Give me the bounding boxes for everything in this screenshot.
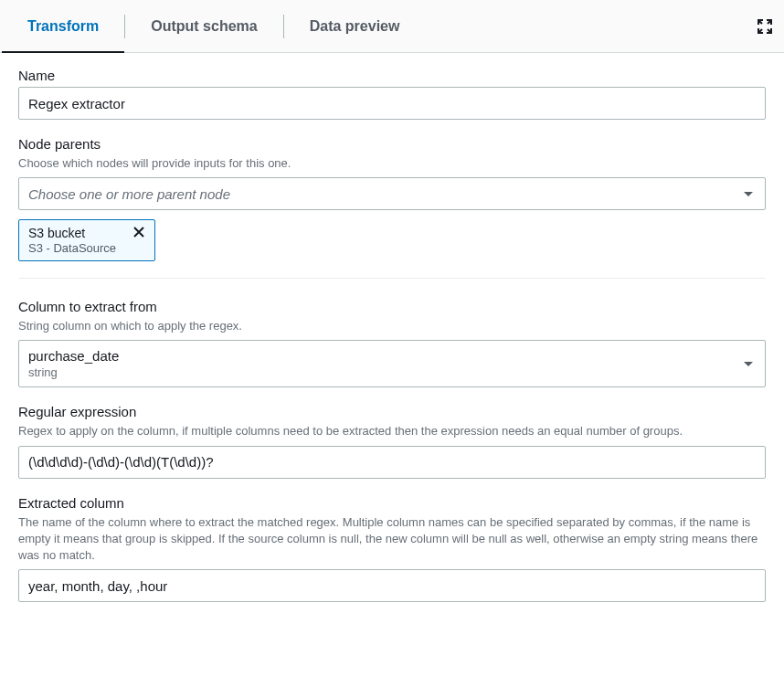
parent-token-remove[interactable] xyxy=(125,220,154,260)
node-parents-label: Node parents xyxy=(18,136,766,152)
parent-token-sub: S3 - DataSource xyxy=(28,241,116,255)
tab-transform[interactable]: Transform xyxy=(2,0,124,52)
form-body: Name Node parents Choose which nodes wil… xyxy=(0,53,784,640)
column-hint: String column on which to apply the rege… xyxy=(18,318,766,334)
extracted-hint: The name of the column where to extract … xyxy=(18,514,766,565)
parent-token-body: S3 bucket S3 - DataSource xyxy=(19,220,125,260)
parent-token-title: S3 bucket xyxy=(28,226,116,240)
column-select[interactable]: purchase_date string xyxy=(18,340,766,387)
tab-output-schema-label: Output schema xyxy=(151,18,257,35)
tabbar: Transform Output schema Data preview xyxy=(0,0,784,53)
parent-token: S3 bucket S3 - DataSource xyxy=(18,219,155,261)
section-divider xyxy=(18,278,766,279)
expand-icon[interactable] xyxy=(757,18,773,35)
extracted-input[interactable] xyxy=(18,569,766,602)
node-parents-tokens: S3 bucket S3 - DataSource xyxy=(18,219,766,261)
extracted-label: Extracted column xyxy=(18,495,766,511)
close-icon xyxy=(132,226,145,241)
column-value-type: string xyxy=(28,365,58,379)
column-label: Column to extract from xyxy=(18,299,766,314)
name-input[interactable] xyxy=(18,87,766,120)
field-node-parents: Node parents Choose which nodes will pro… xyxy=(18,136,766,261)
caret-down-icon xyxy=(743,186,754,201)
node-parents-placeholder: Choose one or more parent node xyxy=(28,186,230,202)
caret-down-icon xyxy=(743,356,754,371)
regex-input[interactable] xyxy=(18,446,766,479)
node-parents-select[interactable]: Choose one or more parent node xyxy=(18,177,766,210)
tab-data-preview[interactable]: Data preview xyxy=(284,0,426,52)
field-column: Column to extract from String column on … xyxy=(18,299,766,387)
field-name: Name xyxy=(18,68,766,120)
field-regex: Regular expression Regex to apply on the… xyxy=(18,404,766,478)
tab-data-preview-label: Data preview xyxy=(310,18,400,35)
name-label: Name xyxy=(18,68,766,83)
field-extracted: Extracted column The name of the column … xyxy=(18,495,766,603)
column-value-name: purchase_date xyxy=(28,348,119,364)
tab-output-schema[interactable]: Output schema xyxy=(125,0,282,52)
regex-label: Regular expression xyxy=(18,404,766,419)
node-parents-hint: Choose which nodes will provide inputs f… xyxy=(18,155,766,172)
tab-transform-label: Transform xyxy=(27,18,99,35)
regex-hint: Regex to apply on the column, if multipl… xyxy=(18,423,766,439)
